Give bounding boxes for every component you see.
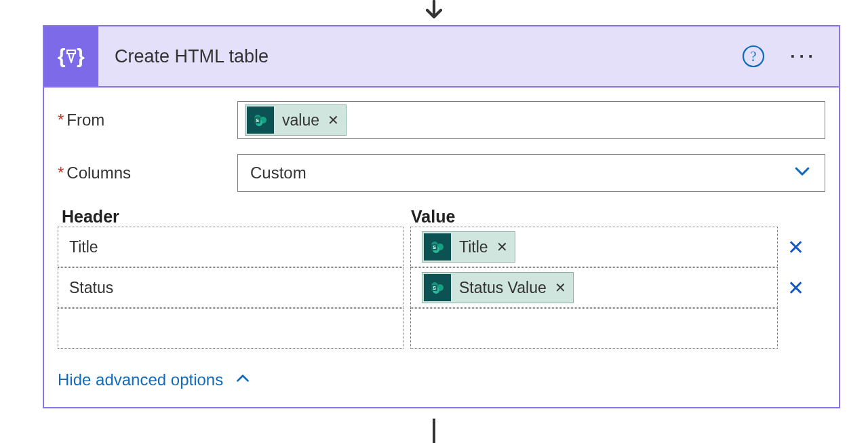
columns-grid-row: Title S Title ✕ ✕ bbox=[58, 227, 825, 267]
grid-value-cell[interactable]: S Title ✕ bbox=[410, 227, 778, 267]
grid-header-cell[interactable]: Status bbox=[58, 267, 403, 308]
columns-grid-row: Status S Status Value ✕ ✕ bbox=[58, 267, 825, 308]
dynamic-content-token[interactable]: S Status Value ✕ bbox=[422, 272, 574, 303]
grid-value-cell[interactable] bbox=[410, 308, 778, 349]
action-card-body: *From S value ✕ *Columns Custom bbox=[44, 88, 839, 407]
delete-row-button[interactable]: ✕ bbox=[778, 267, 813, 308]
flow-connector-line bbox=[433, 419, 435, 443]
more-menu-button[interactable]: ··· bbox=[789, 41, 818, 71]
svg-text:?: ? bbox=[751, 49, 757, 64]
flow-arrow-down-icon bbox=[420, 0, 448, 26]
delete-row-button[interactable]: ✕ bbox=[778, 227, 813, 267]
token-label: value bbox=[282, 111, 319, 130]
sharepoint-icon: S bbox=[424, 233, 451, 261]
grid-header-cell[interactable]: Title bbox=[58, 227, 403, 267]
chevron-up-icon bbox=[234, 369, 252, 391]
grid-header-value: Value bbox=[411, 207, 825, 227]
columns-selected-value: Custom bbox=[250, 163, 307, 182]
token-remove-button[interactable]: ✕ bbox=[496, 239, 508, 255]
required-indicator: * bbox=[58, 111, 64, 129]
data-operations-icon: { } bbox=[44, 26, 98, 86]
from-input[interactable]: S value ✕ bbox=[237, 101, 825, 139]
action-card: { } Create HTML table ? ··· *From S valu… bbox=[43, 25, 840, 408]
grid-header-header: Header bbox=[62, 207, 411, 227]
columns-grid-headers: Header Value bbox=[58, 207, 825, 227]
columns-field-row: *Columns Custom bbox=[58, 154, 825, 192]
columns-grid: Title S Title ✕ ✕ Status bbox=[58, 227, 825, 349]
svg-text:{: { bbox=[58, 45, 66, 67]
svg-text:S: S bbox=[433, 286, 436, 290]
help-button[interactable]: ? bbox=[738, 41, 768, 71]
grid-header-text: Title bbox=[69, 238, 98, 256]
required-indicator: * bbox=[58, 163, 64, 182]
columns-grid-row: ✕ bbox=[58, 308, 825, 349]
dynamic-content-token[interactable]: S Title ✕ bbox=[422, 231, 515, 263]
sharepoint-icon: S bbox=[247, 107, 274, 134]
columns-label: *Columns bbox=[58, 154, 237, 182]
grid-header-cell[interactable] bbox=[58, 308, 403, 349]
token-remove-button[interactable]: ✕ bbox=[555, 280, 566, 296]
svg-text:S: S bbox=[433, 245, 436, 250]
advanced-options-toggle[interactable]: Hide advanced options bbox=[58, 369, 252, 391]
dynamic-content-token[interactable]: S value ✕ bbox=[245, 104, 347, 136]
advanced-options-label: Hide advanced options bbox=[58, 370, 223, 389]
sharepoint-icon: S bbox=[424, 274, 451, 301]
from-label: *From bbox=[58, 101, 237, 130]
columns-select[interactable]: Custom bbox=[237, 154, 825, 192]
token-label: Status Value bbox=[459, 279, 547, 297]
chevron-down-icon bbox=[792, 161, 812, 185]
from-field-row: *From S value ✕ bbox=[58, 101, 825, 139]
token-remove-button[interactable]: ✕ bbox=[328, 112, 339, 128]
grid-value-cell[interactable]: S Status Value ✕ bbox=[410, 267, 778, 308]
action-card-header[interactable]: { } Create HTML table ? ··· bbox=[44, 26, 839, 88]
token-label: Title bbox=[459, 238, 488, 256]
action-title: Create HTML table bbox=[98, 46, 738, 67]
grid-header-text: Status bbox=[69, 279, 113, 297]
svg-text:S: S bbox=[256, 118, 259, 123]
svg-text:}: } bbox=[77, 45, 85, 67]
